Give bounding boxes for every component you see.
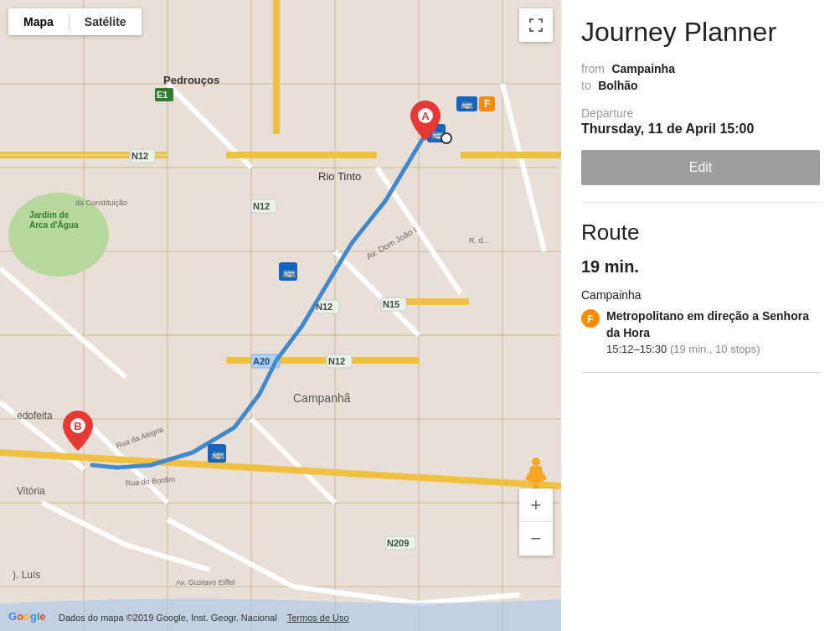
fullscreen-icon (528, 18, 544, 33)
svg-text:A: A (421, 110, 430, 122)
route-duration: 19 min. (581, 257, 820, 277)
transit-icons-near-a: 🚌 F (456, 96, 495, 111)
svg-text:Vitória: Vitória (17, 485, 45, 497)
metro-f-badge: F (484, 98, 490, 110)
from-label: from (581, 62, 605, 75)
departure-value: Thursday, 11 de April 15:00 (581, 122, 820, 137)
svg-text:A20: A20 (253, 356, 270, 366)
svg-text:E1: E1 (157, 90, 167, 100)
journey-from-to: from Campainha to Bolhão (581, 61, 820, 93)
metro-badge: F (581, 309, 600, 328)
google-logo-o1: o (17, 610, 23, 623)
map-type-mapa-button[interactable]: Mapa (8, 8, 69, 35)
to-row: to Bolhão (581, 78, 820, 93)
svg-text:Rio Tinto: Rio Tinto (318, 170, 361, 183)
from-row: from Campainha (581, 61, 820, 76)
svg-text:N12: N12 (316, 302, 332, 312)
svg-text:N12: N12 (328, 356, 345, 366)
svg-text:N12: N12 (131, 151, 148, 161)
route-step-text: Metropolitano em direção a Senhora da Ho… (606, 308, 820, 341)
zoom-in-button[interactable]: + (519, 489, 553, 522)
panel-title: Journey Planner (581, 17, 820, 48)
svg-text:Campanhã: Campanhã (293, 391, 351, 405)
to-label: to (581, 79, 591, 92)
svg-text:). Luís: ). Luís (13, 569, 40, 581)
svg-point-73 (441, 133, 451, 143)
marker-b: B (63, 411, 93, 454)
bus-icon: 🚌 (461, 98, 473, 110)
svg-text:Pedrouços: Pedrouços (163, 74, 219, 86)
zoom-controls: + − (519, 489, 553, 556)
svg-text:N209: N209 (387, 538, 409, 548)
svg-text:Jardim de: Jardim de (29, 210, 70, 220)
google-logo-o2: o (23, 610, 30, 623)
route-time-detail: (19 min., 10 stops) (670, 343, 760, 355)
svg-text:Av. Gustavo Eiffel: Av. Gustavo Eiffel (176, 578, 235, 587)
marker-a: A (410, 101, 441, 144)
terms-link[interactable]: Termos de Uso (287, 613, 349, 623)
route-step-1: F Metropolitano em direção a Senhora da … (581, 308, 820, 355)
svg-text:N12: N12 (253, 201, 270, 211)
svg-text:B: B (74, 420, 81, 432)
svg-text:🚌: 🚌 (211, 447, 225, 461)
svg-text:R. d...: R. d... (469, 236, 489, 245)
route-step-detail: Metropolitano em direção a Senhora da Ho… (606, 308, 820, 355)
right-panel: Journey Planner from Campainha to Bolhão… (561, 0, 840, 631)
svg-text:da Constituição: da Constituição (75, 199, 127, 207)
route-start-stop: Campainha (581, 288, 820, 302)
google-logo-g: G (8, 610, 17, 623)
from-place: Campainha (611, 62, 674, 75)
svg-text:N15: N15 (383, 299, 399, 309)
svg-text:Arca d'Água: Arca d'Água (29, 220, 79, 230)
google-logo-g2: g (30, 610, 37, 623)
map-attribution: Dados do mapa ©2019 Google, Inst. Geogr.… (59, 613, 349, 623)
edit-button[interactable]: Edit (581, 150, 820, 185)
divider-1 (581, 202, 820, 203)
svg-point-78 (532, 458, 540, 466)
route-step-time: 15:12–15:30 (19 min., 10 stops) (606, 343, 820, 355)
map-panel: Jardim de Arca d'Água (0, 0, 561, 631)
zoom-out-button[interactable]: − (519, 522, 553, 556)
fullscreen-button[interactable] (519, 8, 553, 42)
google-logo-e: e (40, 610, 46, 623)
map-type-bar: Mapa Satélite (8, 8, 142, 35)
svg-text:🚌: 🚌 (282, 265, 296, 279)
map-type-satelite-button[interactable]: Satélite (70, 8, 142, 35)
divider-2 (581, 372, 820, 373)
departure-label: Departure (581, 106, 820, 120)
attribution-text: Dados do mapa ©2019 Google, Inst. Geogr.… (59, 613, 277, 623)
route-time-primary: 15:12–15:30 (606, 343, 667, 355)
google-logo: Google (8, 610, 46, 623)
to-place: Bolhão (598, 79, 637, 92)
svg-text:edofeita: edofeita (17, 410, 53, 422)
route-title: Route (581, 220, 820, 246)
